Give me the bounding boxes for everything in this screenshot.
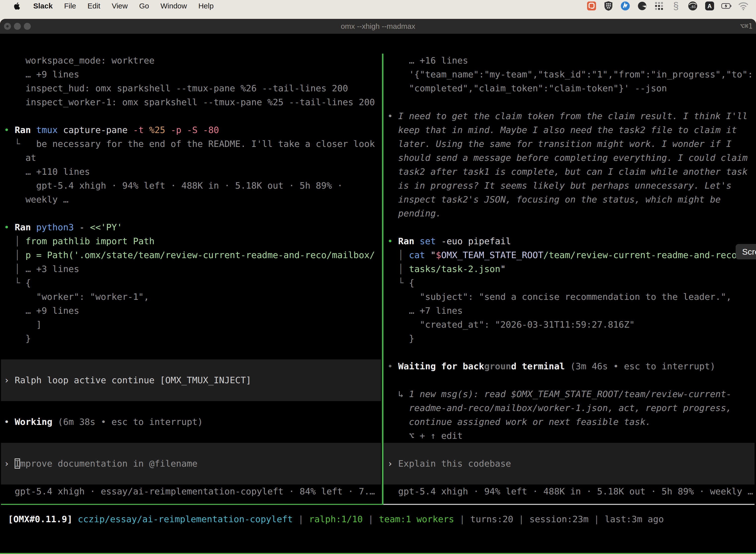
spark-badge-icon[interactable] [620,1,630,11]
terminal-line: } [4,332,31,345]
dots-grid-icon[interactable] [654,1,664,11]
terminal-line: should send a message before completing … [387,151,748,165]
terminal-line: │ cat "$OMX_TEAM_STATE_ROOT/team/review-… [387,248,742,262]
terminal-line: … +110 lines [4,165,90,179]
terminal-line: weekly … [4,192,68,207]
tmux-session-label: [omx-cczip0:bash* [2,553,94,554]
right-session-stats: gpt-5.4 xhigh · 94% left · 488K in · 5.1… [387,485,753,498]
working-status-line: • Working (6m 38s • esc to interrupt) [4,415,203,429]
terminal-line: "worker": "worker-1", [4,290,149,304]
left-session-stats: gpt-5.4 xhigh · essay/ai-reimplementatio… [4,485,375,498]
terminal-line: └ be necessary for the end of the README… [4,137,375,151]
left-terminal-pane[interactable]: workspace_mode: worktree … +9 lines insp… [0,54,382,504]
terminal-line: later. Using the same for transition mig… [387,137,732,151]
terminal-line: at [4,151,36,165]
squiggle-icon[interactable]: § [671,1,681,11]
edit-hint: ⌥ + ↑ edit [387,429,462,443]
terminal-line: readme-and-reco/mailbox/worker-1.json, a… [387,401,732,415]
terminal-line: gpt-5.4 xhigh · 94% left · 488K in · 5.1… [4,179,342,192]
battery-charging-icon[interactable] [721,1,732,11]
right-pane-bottom-border [383,504,755,505]
svg-text:..61: ..61 [690,4,696,9]
a-key-icon[interactable]: A [704,1,715,11]
terminal-line: ] [4,318,42,332]
ralph-loop-status-line: › Ralph loop active continue [OMX_TMUX_I… [4,373,251,387]
menu-bar: Slack File Edit View Go Window Help [0,0,756,12]
terminal-line: └ { [4,276,31,290]
menu-item-window[interactable]: Window [161,2,187,10]
thinking-text: • I need to get the claim token from the… [387,109,748,123]
terminal-line: … +9 lines [4,67,79,81]
screen-record-stop-icon[interactable] [586,1,597,11]
omx-status-text: [OMX#0.11.9] cczip/essay/ai-reimplementa… [8,512,664,526]
window-titlebar: omx --xhigh --madmax ⌥⌘1 [0,19,756,34]
tmux-status-bar: [omx-cczip0:bash* "MacBook-Pro-44.local"… [0,553,756,554]
terminal-line: "subject": "send a concise recommendatio… [387,290,732,304]
terminal-line: '{"team_name":"my-team","task_id":"1","f… [387,67,753,81]
pie-chart-icon[interactable] [637,1,647,11]
apple-icon[interactable] [11,1,22,11]
terminal-line: } [387,332,414,345]
waiting-status-line: • Waiting for background terminal (3m 46… [387,359,715,373]
terminal-line: │ p = Path('.omx/state/team/review-curre… [4,248,375,262]
terminal-line: … +16 lines [387,54,468,67]
left-pane-bottom-border [1,504,382,505]
ran-tmux-command-line: • Ran tmux capture-pane -t %25 -p -S -80 [4,123,219,137]
terminal-line: … +7 lines [387,304,462,318]
terminal-line: │ from pathlib import Path [4,234,154,248]
terminal-line: continue assigned work or next feasible … [387,415,651,429]
screen-share-tooltip: Scre [736,244,756,259]
menu-item-edit[interactable]: Edit [87,2,101,10]
terminal-line: inspect_worker-1: omx sparkshell --tmux-… [4,95,375,109]
terminal-line: │ tasks/task-2.json" [387,262,506,276]
terminal-line: task2 after task1 is complete, but can I… [387,165,748,179]
terminal-line: keep that in mind. Maybe I also need the… [387,123,737,137]
badge-61-icon[interactable]: ..61 [688,1,698,11]
terminal-line: └ { [387,276,414,290]
tmux-host-clock: "MacBook-Pro-44.local" 05:03 31-Mar-26 [550,553,754,554]
svg-text:A: A [707,3,712,9]
terminal-line: workspace_mode: worktree [4,54,154,67]
terminal-line: ↳ 1 new msg(s): read $OMX_TEAM_STATE_ROO… [387,387,732,401]
menu-item-help[interactable]: Help [198,2,214,10]
menu-app-name[interactable]: Slack [33,2,53,10]
wifi-icon[interactable] [738,1,749,11]
window-title: omx --xhigh --madmax [0,22,756,31]
menu-item-view[interactable]: View [112,2,127,10]
menu-item-file[interactable]: File [64,2,76,10]
menu-item-go[interactable]: Go [139,2,149,10]
shield-keypad-icon[interactable] [603,1,614,11]
terminal-line: inspect task2's JSON, focusing on the st… [387,192,721,207]
terminal-line: "created_at": "2026-03-31T11:59:27.816Z" [387,318,635,332]
terminal-line: "completed","claim_token":"claim-token"}… [387,81,667,95]
terminal-line: │ … +3 lines [4,262,79,276]
terminal-line: is in progress? It seems likely but perh… [387,179,732,192]
left-prompt-line: › Improve documentation in @filename [4,457,197,470]
terminal-line: pending. [387,207,441,220]
screen: Slack File Edit View Go Window Help [0,0,756,554]
terminal-window: omx --xhigh --madmax ⌥⌘1 workspace_mode:… [0,19,756,554]
terminal-line: … +9 lines [4,304,79,318]
right-prompt-line: › Explain this codebase [387,457,511,470]
right-terminal-pane[interactable]: … +16 lines '{"team_name":"my-team","tas… [383,54,756,504]
terminal-line: inspect_hud: omx sparkshell --tmux-pane … [4,81,348,95]
window-shortcut-badge: ⌥⌘1 [740,22,753,30]
ran-python-command-line: • Ran python3 - <<'PY' [4,220,122,234]
ran-set-command-line: • Ran set -euo pipefail [387,234,511,248]
